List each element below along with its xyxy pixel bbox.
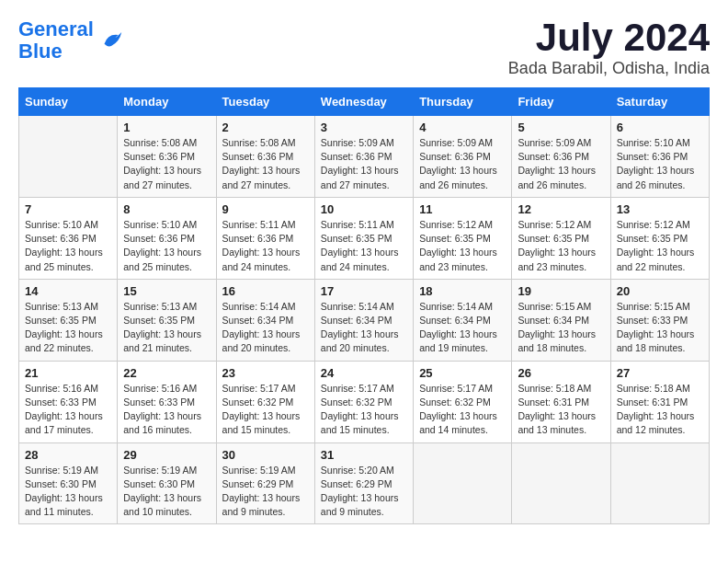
calendar-cell [512,442,610,524]
day-number: 29 [123,448,210,462]
day-info: Sunrise: 5:08 AMSunset: 6:36 PMDaylight:… [222,136,309,192]
day-number: 28 [25,448,111,462]
day-number: 22 [123,366,210,380]
day-number: 11 [419,202,506,216]
day-info: Sunrise: 5:17 AMSunset: 6:32 PMDaylight:… [321,382,407,438]
day-number: 27 [617,366,703,380]
day-number: 3 [321,121,407,134]
day-number: 5 [518,121,604,134]
calendar-cell: 30Sunrise: 5:19 AMSunset: 6:29 PMDayligh… [216,442,314,524]
day-info: Sunrise: 5:10 AMSunset: 6:36 PMDaylight:… [25,218,111,274]
calendar-cell [414,442,512,524]
calendar-cell: 26Sunrise: 5:18 AMSunset: 6:31 PMDayligh… [512,361,610,442]
calendar-cell: 7Sunrise: 5:10 AMSunset: 6:36 PMDaylight… [19,197,118,279]
calendar-cell: 27Sunrise: 5:18 AMSunset: 6:31 PMDayligh… [610,361,709,442]
day-info: Sunrise: 5:09 AMSunset: 6:36 PMDaylight:… [518,136,604,192]
day-number: 14 [25,284,111,298]
day-info: Sunrise: 5:19 AMSunset: 6:29 PMDaylight:… [222,464,309,520]
calendar-cell: 8Sunrise: 5:10 AMSunset: 6:36 PMDaylight… [118,197,216,279]
day-info: Sunrise: 5:09 AMSunset: 6:36 PMDaylight:… [321,136,407,192]
day-info: Sunrise: 5:14 AMSunset: 6:34 PMDaylight:… [419,300,506,356]
calendar-week-row: 28Sunrise: 5:19 AMSunset: 6:30 PMDayligh… [19,442,710,524]
calendar-cell: 1Sunrise: 5:08 AMSunset: 6:36 PMDaylight… [118,116,216,198]
day-number: 19 [518,284,604,298]
weekday-header-wednesday: Wednesday [314,88,413,116]
day-number: 9 [222,202,309,216]
calendar-cell: 16Sunrise: 5:14 AMSunset: 6:34 PMDayligh… [216,279,314,361]
logo-bird-icon [97,27,125,54]
day-info: Sunrise: 5:17 AMSunset: 6:32 PMDaylight:… [419,382,506,438]
day-info: Sunrise: 5:16 AMSunset: 6:33 PMDaylight:… [123,382,210,438]
logo-general: General [18,17,94,40]
calendar-cell: 13Sunrise: 5:12 AMSunset: 6:35 PMDayligh… [610,197,709,279]
day-info: Sunrise: 5:10 AMSunset: 6:36 PMDaylight:… [617,136,703,192]
day-info: Sunrise: 5:12 AMSunset: 6:35 PMDaylight:… [617,218,703,274]
day-info: Sunrise: 5:19 AMSunset: 6:30 PMDaylight:… [123,464,210,520]
day-info: Sunrise: 5:08 AMSunset: 6:36 PMDaylight:… [123,136,210,192]
calendar-week-row: 21Sunrise: 5:16 AMSunset: 6:33 PMDayligh… [19,361,710,442]
day-info: Sunrise: 5:13 AMSunset: 6:35 PMDaylight:… [25,300,111,356]
month-title: July 2024 [508,18,710,57]
calendar-cell [610,442,709,524]
calendar-cell: 6Sunrise: 5:10 AMSunset: 6:36 PMDaylight… [610,116,709,198]
calendar-cell: 25Sunrise: 5:17 AMSunset: 6:32 PMDayligh… [414,361,512,442]
calendar-week-row: 1Sunrise: 5:08 AMSunset: 6:36 PMDaylight… [19,116,710,198]
day-number: 12 [518,202,604,216]
weekday-header-row: SundayMondayTuesdayWednesdayThursdayFrid… [19,88,710,116]
calendar-cell: 19Sunrise: 5:15 AMSunset: 6:34 PMDayligh… [512,279,610,361]
day-number: 26 [518,366,604,380]
day-info: Sunrise: 5:14 AMSunset: 6:34 PMDaylight:… [222,300,309,356]
day-info: Sunrise: 5:09 AMSunset: 6:36 PMDaylight:… [419,136,506,192]
calendar-table: SundayMondayTuesdayWednesdayThursdayFrid… [18,87,710,524]
calendar-cell: 29Sunrise: 5:19 AMSunset: 6:30 PMDayligh… [118,442,216,524]
calendar-cell: 14Sunrise: 5:13 AMSunset: 6:35 PMDayligh… [19,279,118,361]
calendar-cell: 5Sunrise: 5:09 AMSunset: 6:36 PMDaylight… [512,116,610,198]
day-number: 21 [25,366,111,380]
day-number: 25 [419,366,506,380]
calendar-cell: 2Sunrise: 5:08 AMSunset: 6:36 PMDaylight… [216,116,314,198]
day-number: 4 [419,121,506,134]
day-info: Sunrise: 5:15 AMSunset: 6:34 PMDaylight:… [518,300,604,356]
day-info: Sunrise: 5:15 AMSunset: 6:33 PMDaylight:… [617,300,703,356]
day-number: 24 [321,366,407,380]
day-info: Sunrise: 5:18 AMSunset: 6:31 PMDaylight:… [617,382,703,438]
weekday-header-sunday: Sunday [19,88,118,116]
calendar-cell: 18Sunrise: 5:14 AMSunset: 6:34 PMDayligh… [414,279,512,361]
weekday-header-thursday: Thursday [414,88,512,116]
day-info: Sunrise: 5:19 AMSunset: 6:30 PMDaylight:… [25,464,111,520]
day-number: 15 [123,284,210,298]
page-header: General Blue July 2024 Bada Barabil, Odi… [18,18,710,78]
calendar-cell: 9Sunrise: 5:11 AMSunset: 6:36 PMDaylight… [216,197,314,279]
day-info: Sunrise: 5:12 AMSunset: 6:35 PMDaylight:… [518,218,604,274]
day-number: 16 [222,284,309,298]
day-info: Sunrise: 5:17 AMSunset: 6:32 PMDaylight:… [222,382,309,438]
title-block: July 2024 Bada Barabil, Odisha, India [508,18,710,78]
weekday-header-monday: Monday [118,88,216,116]
day-number: 6 [617,121,703,134]
day-info: Sunrise: 5:12 AMSunset: 6:35 PMDaylight:… [419,218,506,274]
calendar-cell: 20Sunrise: 5:15 AMSunset: 6:33 PMDayligh… [610,279,709,361]
weekday-header-tuesday: Tuesday [216,88,314,116]
calendar-cell: 17Sunrise: 5:14 AMSunset: 6:34 PMDayligh… [314,279,413,361]
calendar-cell: 28Sunrise: 5:19 AMSunset: 6:30 PMDayligh… [19,442,118,524]
calendar-cell: 10Sunrise: 5:11 AMSunset: 6:35 PMDayligh… [314,197,413,279]
calendar-cell [19,116,118,198]
day-number: 17 [321,284,407,298]
day-info: Sunrise: 5:16 AMSunset: 6:33 PMDaylight:… [25,382,111,438]
calendar-cell: 23Sunrise: 5:17 AMSunset: 6:32 PMDayligh… [216,361,314,442]
calendar-cell: 12Sunrise: 5:12 AMSunset: 6:35 PMDayligh… [512,197,610,279]
day-info: Sunrise: 5:11 AMSunset: 6:35 PMDaylight:… [321,218,407,274]
day-info: Sunrise: 5:18 AMSunset: 6:31 PMDaylight:… [518,382,604,438]
calendar-cell: 24Sunrise: 5:17 AMSunset: 6:32 PMDayligh… [314,361,413,442]
day-info: Sunrise: 5:14 AMSunset: 6:34 PMDaylight:… [321,300,407,356]
day-number: 23 [222,366,309,380]
day-number: 30 [222,448,309,462]
calendar-week-row: 14Sunrise: 5:13 AMSunset: 6:35 PMDayligh… [19,279,710,361]
day-number: 13 [617,202,703,216]
location: Bada Barabil, Odisha, India [508,59,710,78]
weekday-header-saturday: Saturday [610,88,709,116]
day-number: 20 [617,284,703,298]
weekday-header-friday: Friday [512,88,610,116]
calendar-cell: 31Sunrise: 5:20 AMSunset: 6:29 PMDayligh… [314,442,413,524]
logo-text: General Blue [18,18,94,63]
